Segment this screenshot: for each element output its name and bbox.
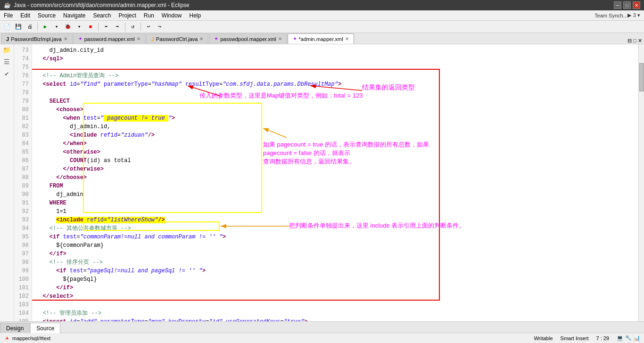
run-button[interactable]: ▶	[40, 22, 50, 32]
print-button[interactable]: 🖨	[25, 22, 35, 32]
tab-close-3[interactable]: ✕	[199, 36, 203, 41]
debug-dropdown[interactable]: ▾	[74, 22, 84, 32]
new-button[interactable]: 📄	[2, 22, 12, 32]
line-numbers: 73 74 75 76 77 78 79 80 81 82 83 84 85 8…	[14, 44, 32, 321]
separator-2	[98, 23, 99, 31]
tab-label-5: *admin.mapper.xml	[299, 36, 343, 42]
tab-passwdpool-mapper[interactable]: ✦ passwdpool.mapper.xml ✕	[209, 33, 287, 44]
stop-button[interactable]: ■	[85, 22, 96, 32]
tab-password-mapper[interactable]: ✦ password.mapper.xml ✕	[73, 33, 146, 44]
debug-button[interactable]: 🐞	[63, 22, 73, 32]
status-icons: 💻🔧📊	[617, 335, 640, 341]
status-icon: 🔺	[4, 335, 10, 341]
menu-edit[interactable]: Edit	[17, 10, 34, 20]
forward-button[interactable]: ➡	[112, 22, 123, 32]
tab-icon-1: J	[6, 36, 9, 42]
maximize-button[interactable]: □	[623, 1, 631, 9]
code-editor[interactable]: dj_admin.city_id </sql> <!-- Admin管理员查询 …	[32, 44, 638, 321]
tab-close-2[interactable]: ✕	[137, 36, 140, 41]
package-explorer-icon[interactable]: 📁	[3, 46, 11, 54]
menu-window[interactable]: Window	[158, 10, 186, 20]
back-button[interactable]: ⬅	[101, 22, 111, 32]
save-button[interactable]: 💾	[13, 22, 24, 32]
status-writable: Writable	[534, 335, 553, 341]
minimize-button[interactable]: ─	[614, 1, 621, 9]
tab-password-biz-impl[interactable]: J PasswordBizImpl.java ✕	[1, 33, 73, 44]
tab-close-5[interactable]: ✕	[345, 36, 349, 41]
menu-file[interactable]: File	[0, 10, 17, 20]
team-sync-label: Team Synch... ▶ 3 ▾	[594, 12, 644, 18]
tab-label-3: PasswordCtrl.java	[156, 36, 198, 42]
code-content: dj_admin.city_id </sql> <!-- Admin管理员查询 …	[36, 46, 635, 321]
redo-button[interactable]: ↪	[155, 22, 165, 32]
bottom-tabs: Design Source	[0, 321, 644, 333]
tab-admin-mapper[interactable]: ✦ *admin.mapper.xml ✕	[288, 33, 354, 44]
editor-wrapper: 73 74 75 76 77 78 79 80 81 82 83 84 85 8…	[14, 44, 644, 321]
outline-icon[interactable]: ☰	[4, 58, 10, 66]
tab-label-2: password.mapper.xml	[84, 36, 135, 42]
tab-close-1[interactable]: ✕	[64, 36, 67, 41]
status-file: mapper/sql/#text	[12, 335, 50, 341]
toolbar: 📄 💾 🖨 ▶ ▾ 🐞 ▾ ■ ⬅ ➡ ↺ ↩ ↪	[0, 21, 644, 33]
window-title: Java - common/src/com/sfdj/dao/common/ad…	[14, 2, 190, 8]
undo-button[interactable]: ↩	[143, 22, 154, 32]
left-gutter: 📁 ☰ ✔	[0, 44, 14, 321]
title-bar: ☕ Java - common/src/com/sfdj/dao/common/…	[0, 0, 644, 10]
tab-close-4[interactable]: ✕	[278, 36, 282, 41]
tab-menu-button[interactable]: ⊟ □ ✕	[626, 38, 644, 44]
separator-3	[125, 23, 125, 31]
app-icon: ☕	[4, 2, 11, 8]
vertical-scrollbar[interactable]	[638, 44, 644, 321]
menu-source[interactable]: Source	[34, 10, 59, 20]
tab-icon-5: ✦	[293, 36, 297, 42]
menu-bar: File Edit Source Navigate Search Project…	[0, 10, 644, 21]
tab-icon-3: J	[151, 36, 154, 42]
refresh-button[interactable]: ↺	[128, 22, 138, 32]
task-icon[interactable]: ✔	[5, 70, 8, 78]
tab-icon-4: ✦	[214, 36, 218, 42]
status-insert-mode: Smart Insert	[561, 335, 589, 341]
menu-search[interactable]: Search	[89, 10, 115, 20]
tab-bar: J PasswordBizImpl.java ✕ ✦ password.mapp…	[0, 33, 644, 44]
menu-run[interactable]: Run	[140, 10, 158, 20]
tab-label-1: PasswordBizImpl.java	[11, 36, 62, 42]
status-bar: 🔺 mapper/sql/#text Writable Smart Insert…	[0, 333, 644, 343]
editor-container: 📁 ☰ ✔ 73 74 75 76 77 78 79 80 81 82 83 8…	[0, 44, 644, 321]
run-dropdown[interactable]: ▾	[51, 22, 62, 32]
status-position: 7 : 29	[596, 335, 609, 341]
scrollbar-thumb[interactable]	[639, 63, 644, 91]
menu-help[interactable]: Help	[186, 10, 205, 20]
menu-navigate[interactable]: Navigate	[59, 10, 89, 20]
tab-label-4: passwdpool.mapper.xml	[220, 36, 276, 42]
menu-project[interactable]: Project	[115, 10, 140, 20]
tab-source[interactable]: Source	[30, 323, 60, 333]
close-button[interactable]: ✕	[633, 1, 640, 9]
tab-icon-2: ✦	[78, 36, 83, 42]
separator-4	[140, 23, 141, 31]
tab-design[interactable]: Design	[0, 323, 30, 333]
tab-password-ctrl[interactable]: J PasswordCtrl.java ✕	[146, 33, 209, 44]
separator-1	[37, 23, 38, 31]
